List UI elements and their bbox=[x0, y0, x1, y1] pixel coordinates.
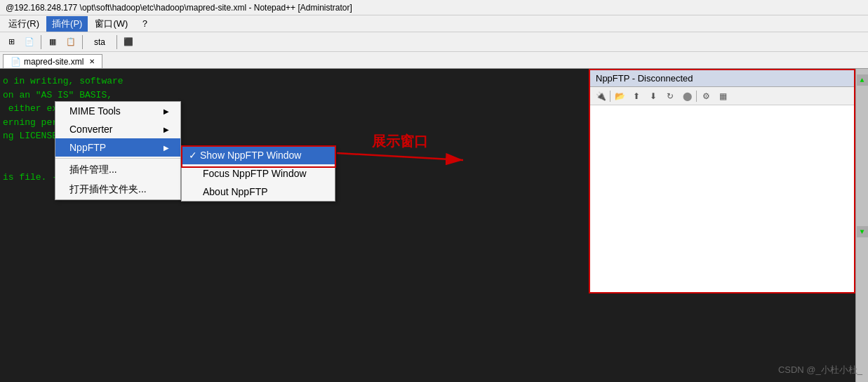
plugin-nppftp[interactable]: NppFTP ▶ bbox=[55, 138, 180, 157]
editor-scrollbar[interactable]: ▲ ▼ bbox=[855, 69, 868, 382]
arrow-icon-2: ▶ bbox=[163, 126, 169, 133]
nppftp-content-area bbox=[590, 105, 854, 292]
tab-bar: 📄 mapred-site.xml ✕ bbox=[0, 52, 868, 69]
svg-line-1 bbox=[337, 153, 463, 160]
menu-run[interactable]: 运行(R) bbox=[3, 16, 45, 32]
plugin-dropdown: MIME Tools ▶ Converter ▶ NppFTP ▶ 插件管理..… bbox=[55, 101, 181, 200]
plugin-open-folder[interactable]: 打开插件文件夹... bbox=[55, 180, 180, 199]
toolbar-btn-3[interactable]: ▦ bbox=[44, 34, 61, 50]
toolbar-separator bbox=[41, 35, 41, 49]
main-area: o in writing, software on an "AS IS" BAS… bbox=[0, 69, 868, 382]
nppftp-titlebar: NppFTP - Disconnected bbox=[590, 70, 854, 87]
menu-help[interactable]: ？ bbox=[135, 16, 155, 32]
menu-bar: 运行(R) 插件(P) 窗口(W) ？ bbox=[0, 15, 868, 32]
toolbar-grid-btn[interactable]: ⊞ bbox=[3, 34, 20, 50]
menu-plugins[interactable]: 插件(P) bbox=[46, 16, 88, 32]
nppftp-sep-2 bbox=[696, 91, 697, 102]
arrow-icon-3: ▶ bbox=[163, 144, 169, 152]
toolbar-separator-2 bbox=[82, 35, 83, 49]
nppftp-sep-1 bbox=[610, 91, 610, 102]
tab-icon: 📄 bbox=[11, 57, 21, 67]
submenu-about[interactable]: About NppFTP bbox=[182, 183, 335, 201]
toolbar-separator-3 bbox=[116, 35, 117, 49]
toolbar-sta-btn[interactable]: sta bbox=[86, 34, 114, 50]
nppftp-btn-2[interactable]: 📂 bbox=[612, 89, 627, 103]
nppftp-refresh-btn[interactable]: ↻ bbox=[662, 89, 678, 103]
nppftp-title: NppFTP - Disconnected bbox=[596, 73, 693, 84]
nppftp-grid-btn[interactable]: ▦ bbox=[715, 89, 730, 103]
nppftp-submenu: ✓ Show NppFTP Window Focus NppFTP Window… bbox=[181, 145, 335, 202]
menu-separator-1 bbox=[55, 158, 180, 159]
nppftp-stop-btn[interactable]: ⬤ bbox=[679, 89, 695, 103]
nppftp-toolbar: 🔌 📂 ⬆ ⬇ ↻ ⬤ ⚙ ▦ bbox=[590, 87, 854, 105]
arrow-icon: ▶ bbox=[163, 107, 169, 115]
nppftp-connect-btn[interactable]: 🔌 bbox=[593, 89, 608, 103]
nppftp-settings-btn[interactable]: ⚙ bbox=[698, 89, 714, 103]
toolbar-btn-4[interactable]: 📋 bbox=[62, 34, 79, 50]
plugin-mime-tools[interactable]: MIME Tools ▶ bbox=[55, 102, 180, 120]
plugin-converter[interactable]: Converter ▶ bbox=[55, 120, 180, 138]
toolbar-file-btn[interactable]: 📄 bbox=[21, 34, 38, 50]
watermark: CSDN @_小杜小杜_ bbox=[778, 364, 862, 376]
toolbar-btn-5[interactable]: ⬛ bbox=[120, 34, 137, 50]
nppftp-btn-3[interactable]: ⬆ bbox=[629, 89, 644, 103]
tab-label: mapred-site.xml bbox=[24, 57, 84, 67]
submenu-show-window[interactable]: ✓ Show NppFTP Window bbox=[182, 146, 335, 164]
toolbar: ⊞ 📄 ▦ 📋 sta ⬛ bbox=[0, 32, 868, 52]
plugin-manage[interactable]: 插件管理... bbox=[55, 160, 180, 180]
tab-close-icon[interactable]: ✕ bbox=[89, 58, 95, 65]
title-text: @192.168.248.177 \opt\soft\hadoop\etc\ha… bbox=[6, 3, 352, 13]
nppftp-btn-4[interactable]: ⬇ bbox=[646, 89, 661, 103]
title-bar: @192.168.248.177 \opt\soft\hadoop\etc\ha… bbox=[0, 0, 868, 15]
tab-mapred-site[interactable]: 📄 mapred-site.xml ✕ bbox=[3, 54, 102, 68]
checkmark-icon: ✓ bbox=[189, 150, 197, 161]
submenu-focus-window[interactable]: Focus NppFTP Window bbox=[182, 164, 335, 183]
annotation-text: 展示窗口 bbox=[372, 132, 428, 151]
menu-window[interactable]: 窗口(W) bbox=[89, 16, 133, 32]
nppftp-panel: NppFTP - Disconnected 🔌 📂 ⬆ ⬇ ↻ ⬤ ⚙ ▦ bbox=[589, 69, 855, 294]
